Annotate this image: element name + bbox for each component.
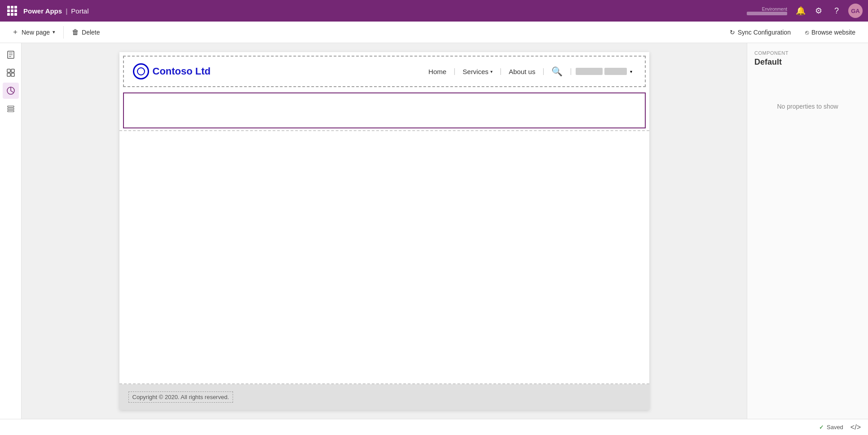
environment-label: Environment <box>762 7 787 12</box>
portal-logo[interactable]: Contoso Ltd <box>133 63 211 79</box>
component-name: Default <box>754 57 861 67</box>
portal-name: Portal <box>71 7 88 15</box>
plus-icon: ＋ <box>12 27 19 37</box>
selected-section[interactable] <box>123 92 646 128</box>
sidebar-item-data[interactable] <box>3 101 19 117</box>
sync-icon: ↻ <box>730 29 735 36</box>
svg-rect-10 <box>8 108 14 110</box>
page-canvas: Contoso Ltd Home | Services ▾ | About us… <box>119 52 649 410</box>
topbar-right: Environment 🔔 ⚙ ? GA <box>747 3 863 19</box>
environment-selector[interactable]: Environment <box>747 7 787 15</box>
logo-circle-inner <box>137 67 145 75</box>
delete-label: Delete <box>82 29 100 36</box>
sidebar-item-themes[interactable] <box>3 83 19 99</box>
main-area: Contoso Ltd Home | Services ▾ | About us… <box>0 43 868 419</box>
delete-button[interactable]: 🗑 Delete <box>67 26 104 39</box>
new-page-chevron-icon: ▾ <box>53 29 55 35</box>
svg-rect-11 <box>8 110 14 112</box>
new-page-label: New page <box>22 29 50 36</box>
brand-separator: | <box>66 7 67 15</box>
services-label: Services <box>463 68 489 75</box>
footer-copyright: Copyright © 2020. All rights reserved. <box>128 391 234 403</box>
portal-header[interactable]: Contoso Ltd Home | Services ▾ | About us… <box>123 56 646 87</box>
browse-website-label: Browse website <box>811 29 855 36</box>
browse-website-button[interactable]: ⎋ Browse website <box>800 26 861 39</box>
svg-rect-6 <box>7 73 10 76</box>
toolbar: ＋ New page ▾ 🗑 Delete ↻ Sync Configurati… <box>0 22 868 43</box>
nav-user-area[interactable]: ▾ <box>572 68 636 75</box>
nav-item-home[interactable]: Home <box>421 68 454 75</box>
left-sidebar <box>0 43 22 419</box>
user-name-placeholder <box>576 68 603 75</box>
waffle-menu[interactable] <box>5 4 19 18</box>
toolbar-divider <box>63 26 64 39</box>
delete-icon: 🗑 <box>72 28 79 36</box>
saved-label: Saved <box>827 424 843 431</box>
svg-rect-4 <box>7 69 10 72</box>
notification-icon[interactable]: 🔔 <box>793 3 809 19</box>
sidebar-item-components[interactable] <box>3 65 19 81</box>
sync-config-button[interactable]: ↻ Sync Configuration <box>724 26 796 39</box>
component-label: Component <box>754 50 861 56</box>
logo-text: Contoso Ltd <box>153 66 211 77</box>
saved-status: ✓ Saved <box>819 424 843 431</box>
help-icon[interactable]: ? <box>828 3 845 19</box>
content-area[interactable] <box>119 130 649 384</box>
user-dropdown-chevron-icon: ▾ <box>630 69 632 74</box>
environment-value <box>747 12 787 15</box>
logo-circle <box>133 63 149 79</box>
new-page-button[interactable]: ＋ New page ▾ <box>7 25 60 40</box>
svg-rect-5 <box>11 69 14 72</box>
settings-icon[interactable]: ⚙ <box>811 3 827 19</box>
code-view-icon[interactable]: </> <box>850 423 861 431</box>
right-panel: Component Default No properties to show <box>747 43 868 419</box>
nav-item-about[interactable]: About us <box>502 68 542 75</box>
toolbar-right: ↻ Sync Configuration ⎋ Browse website <box>724 26 861 39</box>
check-icon: ✓ <box>819 424 824 431</box>
portal-nav: Home | Services ▾ | About us | 🔍 | ▾ <box>421 66 635 77</box>
canvas-area[interactable]: Contoso Ltd Home | Services ▾ | About us… <box>22 43 747 419</box>
copyright-text: Copyright © 2020. All rights reserved. <box>132 394 229 400</box>
status-bar: ✓ Saved </> <box>0 419 868 435</box>
external-link-icon: ⎋ <box>805 29 809 36</box>
user-role-placeholder <box>604 68 627 75</box>
svg-rect-7 <box>11 73 14 76</box>
sidebar-item-pages[interactable] <box>3 47 19 63</box>
portal-footer[interactable]: Copyright © 2020. All rights reserved. <box>119 384 649 410</box>
app-brand: Power Apps | Portal <box>23 7 89 15</box>
sync-config-label: Sync Configuration <box>738 29 791 36</box>
svg-rect-9 <box>8 106 14 107</box>
no-properties-text: No properties to show <box>754 103 861 110</box>
app-name: Power Apps <box>23 7 62 15</box>
search-icon[interactable]: 🔍 <box>544 66 570 77</box>
nav-item-services[interactable]: Services ▾ <box>455 68 500 75</box>
topbar: Power Apps | Portal Environment 🔔 ⚙ ? GA <box>0 0 868 22</box>
user-avatar[interactable]: GA <box>848 4 863 18</box>
services-chevron-icon: ▾ <box>490 69 493 74</box>
